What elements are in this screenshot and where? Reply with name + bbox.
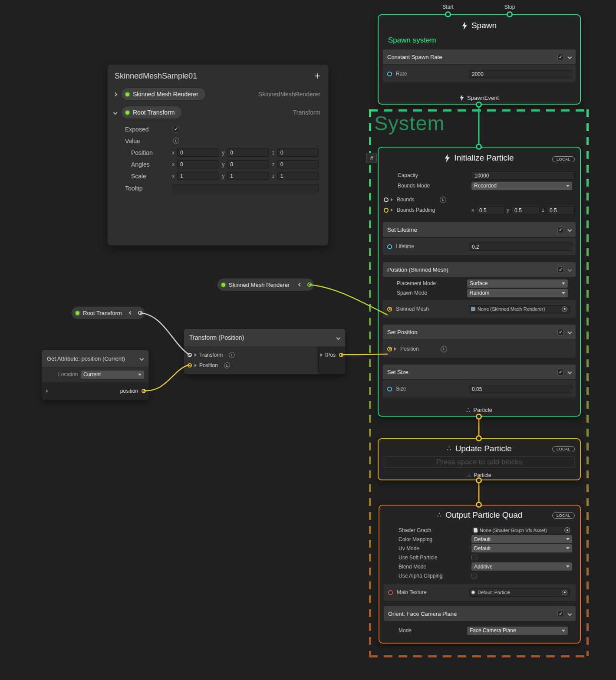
get-attribute-node[interactable]: Get Attribute: position (Current) Locati… xyxy=(41,350,149,400)
position-output-port[interactable] xyxy=(142,389,146,393)
scale-y-field[interactable]: 1 xyxy=(227,172,268,180)
scale-z-field[interactable]: 1 xyxy=(277,172,319,180)
param-output-port[interactable] xyxy=(138,311,142,315)
block-enabled-checkbox[interactable]: ✓ xyxy=(557,266,564,273)
constant-spawn-rate-block[interactable]: Constant Spawn Rate ✓ Rate 2000 xyxy=(383,49,576,82)
update-particle-context[interactable]: ∴ Update Particle LOCAL Press space to a… xyxy=(378,438,581,480)
main-texture-object-field[interactable]: Default-Particle xyxy=(469,588,570,597)
update-output-port[interactable] xyxy=(476,477,482,483)
main-texture-port[interactable] xyxy=(388,590,393,595)
local-space-icon[interactable]: L xyxy=(173,138,179,144)
initialize-output-port[interactable] xyxy=(476,414,482,420)
bounds-padding-x-field[interactable]: 0.5 xyxy=(476,206,504,214)
initialize-input-port[interactable] xyxy=(476,144,482,150)
collapse-chevron-icon[interactable] xyxy=(336,335,341,340)
set-size-block[interactable]: Set Size ✓ Size 0.05 xyxy=(383,365,576,397)
position-port[interactable] xyxy=(387,347,392,351)
rate-port[interactable] xyxy=(387,72,392,76)
scale-x-field[interactable]: 1 xyxy=(177,172,218,180)
transform-input-port[interactable] xyxy=(188,353,192,357)
color-mapping-dropdown[interactable]: Default xyxy=(471,535,572,543)
add-parameter-button[interactable]: + xyxy=(314,72,320,80)
skinned-mesh-port[interactable] xyxy=(387,307,392,312)
placement-mode-dropdown[interactable]: Surface xyxy=(467,279,568,288)
size-field[interactable]: 0.05 xyxy=(469,385,572,393)
angles-z-field[interactable]: 0 xyxy=(277,160,319,168)
add-blocks-placeholder[interactable]: Press space to add blocks xyxy=(384,457,575,468)
spawn-context[interactable]: Start Stop Spawn Spawn system Constant S… xyxy=(378,14,581,105)
rate-field[interactable]: 2000 xyxy=(469,70,572,78)
expand-triangle-icon[interactable] xyxy=(391,208,393,212)
collapse-chevron-icon[interactable] xyxy=(568,330,572,334)
object-picker-icon[interactable] xyxy=(564,527,570,533)
orient-face-camera-plane-block[interactable]: Orient: Face Camera Plane ✓ Mode Face Ca… xyxy=(384,606,576,636)
collapse-chevron-icon[interactable] xyxy=(568,55,572,59)
use-alpha-clipping-checkbox[interactable] xyxy=(471,573,477,578)
collapse-chevron-icon[interactable] xyxy=(568,611,572,616)
tooltip-field[interactable] xyxy=(173,184,319,192)
shader-graph-object-field[interactable]: None (Shader Graph Vfx Asset) xyxy=(471,526,572,534)
angles-x-field[interactable]: 0 xyxy=(177,160,218,168)
orient-mode-dropdown[interactable]: Face Camera Plane xyxy=(467,627,568,635)
position-x-field[interactable]: 0 xyxy=(177,148,218,157)
expand-triangle-icon[interactable] xyxy=(194,353,197,357)
bounds-mode-dropdown[interactable]: Recorded xyxy=(471,182,572,190)
collapse-chevron-icon[interactable] xyxy=(568,370,572,374)
output-input-port[interactable] xyxy=(476,502,482,508)
bounds-padding-y-field[interactable]: 0.5 xyxy=(511,206,540,214)
use-soft-particle-checkbox[interactable] xyxy=(471,555,477,560)
position-input-port[interactable] xyxy=(188,363,192,368)
object-picker-icon[interactable] xyxy=(562,306,567,312)
spawn-mode-dropdown[interactable]: Random xyxy=(467,289,568,297)
lifetime-field[interactable]: 0.2 xyxy=(469,243,572,251)
set-lifetime-block[interactable]: Set Lifetime ✓ Lifetime 0.2 xyxy=(383,222,576,255)
root-transform-param-node[interactable]: Root Transform xyxy=(71,306,145,319)
position-skinned-mesh-block[interactable]: Position (Skinned Mesh) ✓ Placement Mode… xyxy=(383,262,576,318)
local-space-icon[interactable]: L xyxy=(440,197,446,203)
tpos-output-port[interactable] xyxy=(339,353,343,357)
block-enabled-checkbox[interactable]: ✓ xyxy=(557,611,564,617)
set-position-block[interactable]: Set Position ✓ Position L xyxy=(383,325,576,358)
angles-y-field[interactable]: 0 xyxy=(227,160,268,168)
size-port[interactable] xyxy=(387,387,392,391)
exposed-checkbox[interactable]: ✓ xyxy=(173,126,179,132)
local-space-icon[interactable]: L xyxy=(441,346,447,352)
object-picker-icon[interactable] xyxy=(562,590,567,595)
param-output-port[interactable] xyxy=(307,283,312,287)
collapse-chevron-icon[interactable] xyxy=(129,311,132,315)
expand-triangle-icon[interactable] xyxy=(194,364,197,367)
local-space-icon[interactable]: L xyxy=(224,362,230,368)
param-pill-root-transform[interactable]: Root Transform xyxy=(121,106,182,119)
expand-triangle-icon[interactable] xyxy=(391,198,393,201)
bounds-padding-port[interactable] xyxy=(384,208,389,213)
lifetime-port[interactable] xyxy=(387,244,392,249)
block-enabled-checkbox[interactable]: ✓ xyxy=(557,54,564,60)
position-y-field[interactable]: 0 xyxy=(227,148,268,157)
bounds-padding-z-field[interactable]: 0.5 xyxy=(547,206,575,214)
system-id-badge[interactable]: # xyxy=(366,153,377,163)
position-z-field[interactable]: 0 xyxy=(277,148,319,157)
expand-triangle-icon[interactable] xyxy=(320,353,323,357)
transform-position-node[interactable]: Transform (Position) Transform L Positio… xyxy=(184,329,346,374)
expand-triangle-icon[interactable] xyxy=(394,347,396,351)
spawn-start-port[interactable] xyxy=(445,11,451,17)
initialize-particle-context[interactable]: # Initialize Particle LOCAL Capacity 100… xyxy=(378,147,581,417)
update-input-port[interactable] xyxy=(476,435,482,441)
skinned-mesh-renderer-param-node[interactable]: Skinned Mesh Renderer xyxy=(217,278,314,291)
block-enabled-checkbox[interactable]: ✓ xyxy=(557,227,564,233)
location-dropdown[interactable]: Current xyxy=(81,371,144,379)
skinned-mesh-object-field[interactable]: None (Skinned Mesh Renderer) xyxy=(469,305,570,313)
collapse-chevron-icon[interactable] xyxy=(140,356,144,361)
collapse-chevron-icon[interactable] xyxy=(298,283,302,286)
capacity-field[interactable]: 10000 xyxy=(471,171,575,180)
spawn-stop-port[interactable] xyxy=(507,11,513,17)
expander-chevron-icon[interactable] xyxy=(113,110,118,115)
uv-mode-dropdown[interactable]: Default xyxy=(471,544,572,552)
expand-triangle-icon[interactable] xyxy=(46,389,48,393)
collapse-chevron-icon[interactable] xyxy=(568,267,572,272)
bounds-port[interactable] xyxy=(384,197,389,202)
param-pill-skinned-mesh-renderer[interactable]: Skinned Mesh Renderer xyxy=(121,88,206,101)
expander-chevron-icon[interactable] xyxy=(113,92,118,96)
block-enabled-checkbox[interactable]: ✓ xyxy=(557,329,564,335)
local-space-icon[interactable]: L xyxy=(229,352,235,358)
